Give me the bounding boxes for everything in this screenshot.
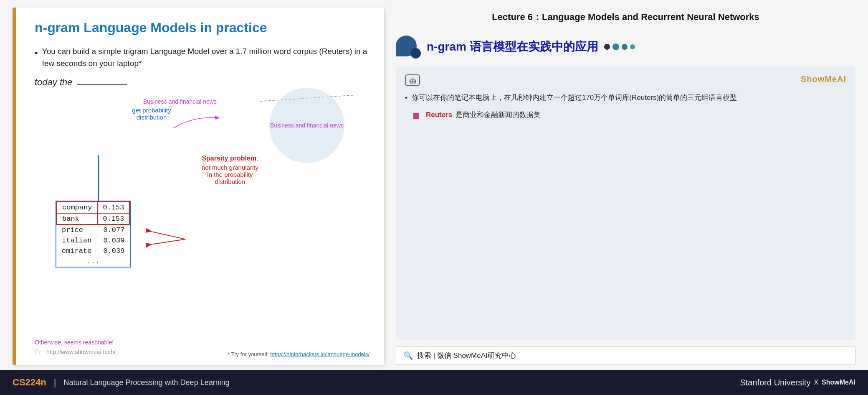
ai-bullet-1: • 你可以在你的笔记本电脑上，在几秒钟内建立一个超过170万个单词库(Reute… [405,92,846,104]
search-text: 搜索 | 微信 ShowMeAI研究中心 [417,351,516,360]
word-emirate: emirate [57,246,97,256]
showmeai-brand: ShowMeAI [801,74,846,84]
prob-price: 0.077 [97,224,129,235]
today-line: today the [35,77,369,88]
pink-arrow-label: Business and financial news [143,98,217,105]
blank-underline [77,84,127,85]
ai-card-header: 🤖 ShowMeAI [405,74,846,86]
stanford-credit: Stanford University [740,378,810,387]
credit-info: Stanford University X ShowMeAI [740,378,855,387]
prob-italian: 0.039 [97,235,129,246]
footer-try: * Try for yourself: [228,351,268,357]
ngram-title-row: n-gram 语言模型在实践中的应用 [396,36,855,59]
bullet-point-1: • You can build a simple trigram Languag… [35,46,369,69]
table-row-bank: bank 0.153 [57,213,129,224]
ngram-icon-container [396,36,421,59]
sparsity-label: Sparsity problem [202,155,256,162]
x-symbol: X [814,379,818,386]
course-info: CS224n | Natural Language Processing wit… [13,377,230,388]
sparsity-desc: not much granularityin the probabilitydi… [202,164,258,185]
word-price: price [57,224,97,235]
svg-line-3 [152,239,185,244]
ngram-dots [604,43,635,50]
footer-url: http://www.showmeai.tech/ [46,349,116,355]
prob-emirate: 0.039 [97,246,129,256]
today-text: today the [35,77,73,87]
search-bar[interactable]: 🔍 搜索 | 微信 ShowMeAI研究中心 [396,346,855,365]
ai-bullet-dot: • [405,92,407,104]
cursor-icon: ☞ [35,347,43,357]
lecture-header: Lecture 6：Language Models and Recurrent … [396,8,855,27]
prob-bank: 0.153 [97,213,129,224]
dot-teal1 [612,43,619,50]
search-icon: 🔍 [404,351,413,360]
bottom-bar: CS224n | Natural Language Processing wit… [0,370,868,395]
dot-teal3 [630,44,635,49]
ai-bullet-1-text: 你可以在你的笔记本电脑上，在几秒钟内建立一个超过170万个单词库(Reuters… [412,92,737,104]
ai-icon: 🤖 [405,74,420,86]
ngram-icon-dot [410,48,421,59]
course-name: Natural Language Processing with Deep Le… [63,378,229,387]
table-row-ellipsis: ... [57,256,129,267]
reuters-desc: 是商业和金融新闻的数据集 [456,109,541,121]
table-row-price: price 0.077 [57,224,129,235]
table-row-italian: italian 0.039 [57,235,129,246]
dot-dark [604,44,610,50]
ai-content: • 你可以在你的笔记本电脑上，在几秒钟内建立一个超过170万个单词库(Reute… [405,92,846,121]
business-bubble-label: Business and financial news [270,122,344,129]
prob-table-container: company 0.153 bank 0.153 price 0.077 ita… [56,201,131,268]
ai-card: 🤖 ShowMeAI • 你可以在你的笔记本电脑上，在几秒钟内建立一个超过170… [396,67,855,340]
ellipsis: ... [57,256,129,267]
word-bank: bank [57,213,97,224]
dot-teal2 [622,44,628,50]
showmeai-credit: ShowMeAI [822,379,855,386]
prob-company: 0.153 [97,202,129,213]
blue-arrow-label: get probabilitydistribution [124,107,179,121]
slide-panel: n-gram Language Models in practice • You… [13,8,384,365]
course-divider: | [54,377,56,388]
footer-reasonable: Otherwise, seems reasonable! [35,339,116,346]
footer-link: https://nlpforhackers.io/language-models… [270,351,369,357]
slide-title: n-gram Language Models in practice [35,20,369,36]
svg-line-2 [152,232,185,240]
slide-footer: Otherwise, seems reasonable! ☞ http://ww… [16,339,384,357]
bullet-text-1: You can build a simple trigram Language … [42,46,369,69]
reuters-line: Reuters 是商业和金融新闻的数据集 [405,109,846,121]
footer-right: * Try for yourself: https://nlpforhacker… [228,351,369,357]
prob-table: company 0.153 bank 0.153 price 0.077 ita… [56,201,130,267]
pink-square-icon [413,113,419,119]
table-row-emirate: emirate 0.039 [57,246,129,256]
footer-left: Otherwise, seems reasonable! ☞ http://ww… [35,339,116,357]
business-bubble: Business and financial news [269,88,344,163]
sparsity-annotation: Sparsity problem: not much granularityin… [202,155,258,185]
bullet-dot: • [35,46,38,60]
right-panel: Lecture 6：Language Models and Recurrent … [392,0,868,370]
ngram-chinese-title: n-gram 语言模型在实践中的应用 [427,39,598,55]
word-italian: italian [57,235,97,246]
table-row-company: company 0.153 [57,202,129,213]
word-company: company [57,202,97,213]
course-code: CS224n [13,377,46,388]
reuters-highlight: Reuters [426,109,452,121]
